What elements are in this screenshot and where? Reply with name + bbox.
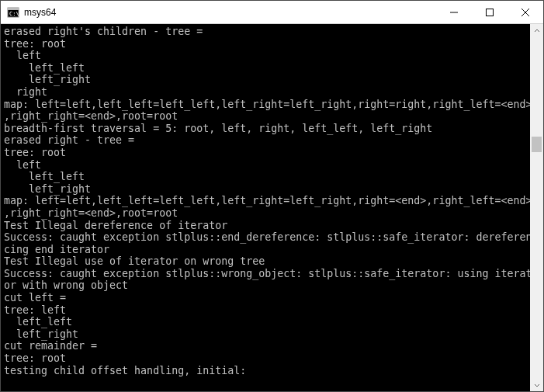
maximize-button[interactable] (472, 1, 508, 23)
terminal-output[interactable]: erased right's children - tree = tree: r… (1, 24, 530, 391)
scroll-up-button[interactable] (530, 24, 543, 37)
scroll-down-button[interactable] (530, 378, 543, 391)
scroll-thumb[interactable] (532, 137, 542, 152)
svg-rect-1 (8, 8, 19, 10)
svg-text:C:\: C:\ (9, 11, 19, 17)
app-icon: C:\ (7, 6, 19, 19)
client-area: erased right's children - tree = tree: r… (1, 24, 543, 391)
window-frame: C:\ msys64 erased right's children - tre… (0, 0, 544, 392)
title-bar[interactable]: C:\ msys64 (1, 1, 543, 24)
vertical-scrollbar[interactable] (530, 24, 543, 391)
window-title: msys64 (24, 7, 56, 18)
minimize-button[interactable] (436, 1, 472, 23)
close-button[interactable] (508, 1, 543, 23)
svg-rect-4 (487, 9, 494, 16)
scroll-track[interactable] (530, 37, 543, 378)
window-controls (436, 1, 543, 23)
